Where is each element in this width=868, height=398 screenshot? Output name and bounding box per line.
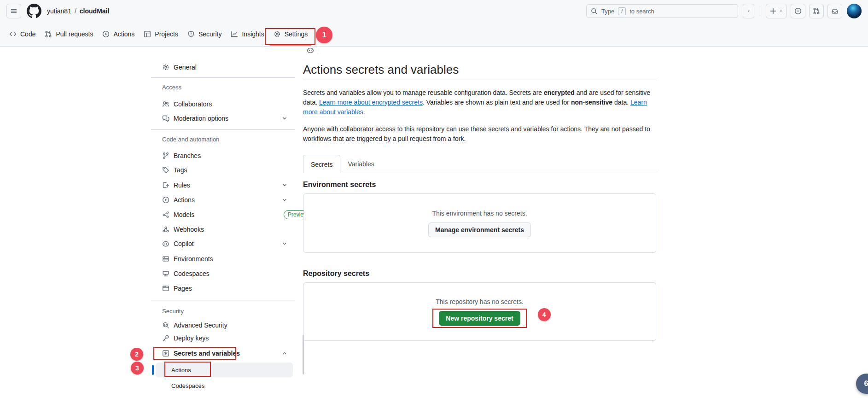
- sidebar-section-code-and-automation: Code and automation: [162, 136, 219, 143]
- codescan-icon: [162, 322, 169, 329]
- chevron-down-icon: [281, 240, 288, 247]
- gear-icon: [162, 64, 169, 71]
- play-icon: [102, 30, 110, 38]
- tab-insights[interactable]: Insights: [226, 27, 268, 41]
- github-settings-page: yutian81 / cloudMail Type / to search: [0, 0, 868, 398]
- sidebar-item-tags[interactable]: Tags: [151, 163, 293, 177]
- sidebar-item-general[interactable]: General: [151, 60, 293, 75]
- chevron-down-icon: [281, 182, 288, 188]
- sidebar-item-actions[interactable]: Actions: [151, 193, 293, 207]
- search-icon: [590, 7, 598, 15]
- plus-icon: [769, 7, 777, 15]
- page-title: Actions secrets and variables: [303, 62, 656, 80]
- tab-projects[interactable]: Projects: [139, 27, 183, 41]
- tab-pull-requests-label: Pull requests: [56, 30, 93, 38]
- learn-more-secrets-link[interactable]: Learn more about encrypted secrets: [319, 99, 423, 106]
- create-new-button[interactable]: [766, 4, 787, 18]
- annotation-badge-step2: 2: [130, 348, 143, 361]
- sidebar-item-models[interactable]: ModelsPreview: [151, 207, 293, 222]
- annotation-badge-floating-6: 6: [856, 374, 868, 394]
- shield-icon: [187, 30, 195, 38]
- sidebar-subitem-actions-selected[interactable]: Actions: [156, 363, 293, 377]
- search-placeholder-suffix: to search: [629, 8, 654, 15]
- main-content: Actions secrets and variables Secrets an…: [303, 47, 656, 341]
- sidebar-item-environments[interactable]: Environments: [151, 252, 293, 266]
- tag-icon: [162, 166, 169, 174]
- breadcrumb-repo-link[interactable]: cloudMail: [80, 7, 110, 15]
- sidebar-section-access: Access: [162, 84, 181, 91]
- search-placeholder-prefix: Type: [601, 8, 614, 15]
- github-logo-icon[interactable]: [27, 4, 41, 18]
- breadcrumb-owner-link[interactable]: yutian81: [47, 7, 71, 15]
- tab-security[interactable]: Security: [183, 27, 227, 41]
- sidebar-item-pages[interactable]: Pages: [151, 281, 293, 296]
- sidebar-divider: [151, 77, 295, 78]
- tab-code[interactable]: Code: [5, 27, 40, 41]
- breadcrumb: yutian81 / cloudMail: [47, 7, 109, 15]
- intro-bold-non-sensitive: non-sensitive: [571, 99, 612, 106]
- gear-icon: [274, 30, 281, 38]
- copilot-split-button: [743, 4, 754, 18]
- comment-discussion-icon: [162, 115, 169, 122]
- caret-down-icon: [779, 9, 783, 13]
- sidebar-divider: [151, 300, 295, 300]
- inbox-button[interactable]: [827, 4, 842, 18]
- sidebar-item-secrets-and-variables[interactable]: Secrets and variables: [151, 346, 293, 361]
- chevron-down-icon: [281, 197, 288, 203]
- repository-secrets-box: This repository has no secrets. New repo…: [303, 282, 656, 341]
- sidebar-item-rules[interactable]: Rules: [151, 178, 293, 193]
- sidebar-item-collaborators[interactable]: Collaborators: [151, 97, 293, 111]
- settings-sidebar: General Access Collaborators Moderation …: [129, 47, 304, 398]
- annotation-badge-step4: 4: [538, 308, 551, 321]
- tab-security-label: Security: [198, 30, 222, 38]
- hamburger-menu-button[interactable]: [6, 4, 21, 18]
- git-branch-icon: [162, 152, 169, 159]
- search-input[interactable]: Type / to search: [586, 4, 738, 18]
- tab-settings-label: Settings: [285, 30, 308, 38]
- tab-pull-requests[interactable]: Pull requests: [40, 27, 98, 41]
- header-divider: [760, 6, 760, 16]
- sidebar-item-moderation-options[interactable]: Moderation options: [151, 111, 293, 126]
- tab-actions[interactable]: Actions: [98, 27, 139, 41]
- sidebar-item-codespaces[interactable]: Codespaces: [151, 266, 293, 281]
- issue-opened-icon: [794, 7, 802, 15]
- inbox-icon: [831, 7, 839, 15]
- sidebar-item-webhooks[interactable]: Webhooks: [151, 222, 293, 237]
- key-icon: [162, 334, 169, 342]
- sidebar-item-deploy-keys[interactable]: Deploy keys: [151, 331, 293, 345]
- tab-insights-label: Insights: [242, 30, 264, 38]
- user-avatar[interactable]: [847, 4, 862, 18]
- collaborator-access-paragraph: Anyone with collaborator access to this …: [303, 124, 656, 144]
- environment-secrets-heading: Environment secrets: [303, 181, 656, 189]
- manage-environment-secrets-button[interactable]: Manage environment secrets: [428, 222, 531, 237]
- sidebar-item-copilot[interactable]: Copilot: [151, 236, 293, 251]
- asterisk-box-icon: [162, 350, 169, 357]
- environment-empty-text: This environment has no secrets.: [432, 210, 527, 217]
- tab-code-label: Code: [20, 30, 35, 38]
- new-repository-secret-button[interactable]: New repository secret: [439, 311, 520, 326]
- sidebar-item-branches[interactable]: Branches: [151, 148, 293, 163]
- tab-settings[interactable]: Settings 1: [269, 27, 313, 41]
- pull-requests-button[interactable]: [809, 4, 824, 18]
- chevron-down-icon: [281, 115, 288, 122]
- top-header-bar: yutian81 / cloudMail Type / to search: [0, 0, 868, 22]
- play-icon: [162, 196, 169, 204]
- breadcrumb-separator: /: [75, 7, 76, 15]
- caret-down-icon: [746, 9, 751, 13]
- git-pull-request-icon: [45, 30, 52, 38]
- repository-secrets-heading: Repository secrets: [303, 269, 656, 278]
- sidebar-subitem-dependabot[interactable]: Dependabot: [151, 393, 293, 398]
- copilot-icon: [162, 240, 169, 247]
- intro-text: data.: [612, 99, 630, 106]
- sidebar-section-security: Security: [162, 308, 184, 315]
- new-repository-secret-wrap: New repository secret 4: [439, 311, 520, 326]
- tab-secrets[interactable]: Secrets: [303, 155, 340, 173]
- intro-text: .: [363, 108, 365, 116]
- table-icon: [144, 30, 151, 38]
- issues-button[interactable]: [791, 4, 805, 18]
- copilot-dropdown-button[interactable]: [743, 4, 754, 18]
- git-pull-request-icon: [813, 7, 820, 15]
- repository-empty-text: This repository has no secrets.: [436, 298, 524, 305]
- sidebar-subitem-codespaces[interactable]: Codespaces: [151, 378, 293, 393]
- tab-variables[interactable]: Variables: [340, 155, 381, 173]
